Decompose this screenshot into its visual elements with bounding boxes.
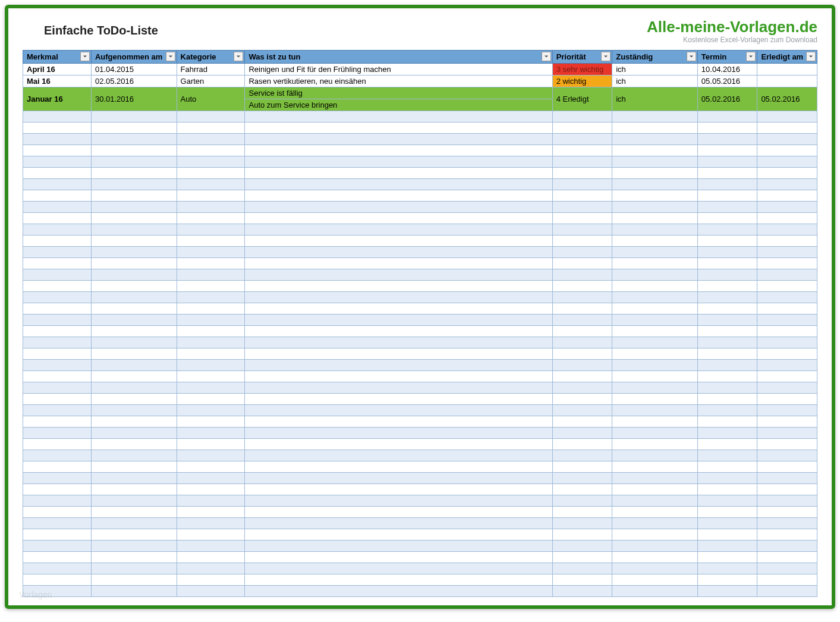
cell-empty[interactable]	[91, 168, 177, 179]
cell-empty[interactable]	[177, 484, 245, 495]
cell-empty[interactable]	[91, 202, 177, 213]
cell-empty[interactable]	[757, 382, 817, 394]
cell-empty[interactable]	[612, 507, 698, 518]
cell-empty[interactable]	[612, 134, 698, 145]
cell[interactable]: Januar 16	[23, 87, 92, 111]
cell-empty[interactable]	[91, 461, 177, 473]
cell-empty[interactable]	[177, 439, 245, 450]
cell-empty[interactable]	[23, 247, 92, 258]
cell-empty[interactable]	[23, 281, 92, 292]
cell-empty[interactable]	[612, 179, 698, 190]
cell-empty[interactable]	[91, 134, 177, 145]
cell-empty[interactable]	[552, 303, 612, 315]
cell-empty[interactable]	[177, 382, 245, 394]
cell-empty[interactable]	[177, 315, 245, 326]
cell-empty[interactable]	[552, 405, 612, 416]
cell-empty[interactable]	[757, 371, 817, 382]
cell-empty[interactable]	[177, 179, 245, 190]
column-header-termin[interactable]: Termin	[697, 51, 757, 64]
priority-cell[interactable]: 4 Erledigt	[552, 87, 612, 111]
cell-empty[interactable]	[177, 371, 245, 382]
cell-empty[interactable]	[612, 337, 698, 348]
cell-empty[interactable]	[612, 518, 698, 529]
cell-empty[interactable]	[757, 213, 817, 224]
cell-empty[interactable]	[23, 122, 92, 134]
cell-empty[interactable]	[23, 439, 92, 450]
cell-empty[interactable]	[552, 111, 612, 122]
table-row-empty[interactable]	[23, 450, 817, 461]
cell-empty[interactable]	[552, 461, 612, 473]
table-row-empty[interactable]	[23, 518, 817, 529]
cell-empty[interactable]	[177, 269, 245, 281]
cell-empty[interactable]	[757, 303, 817, 315]
cell-empty[interactable]	[91, 507, 177, 518]
cell-empty[interactable]	[612, 563, 698, 574]
cell-empty[interactable]	[91, 371, 177, 382]
cell-empty[interactable]	[245, 134, 552, 145]
cell-empty[interactable]	[697, 450, 757, 461]
cell-empty[interactable]	[245, 394, 552, 405]
cell-empty[interactable]	[23, 461, 92, 473]
cell-empty[interactable]	[177, 461, 245, 473]
cell-empty[interactable]	[697, 552, 757, 563]
cell-empty[interactable]	[23, 134, 92, 145]
cell-empty[interactable]	[697, 563, 757, 574]
cell[interactable]: 05.02.2016	[697, 87, 757, 111]
cell-empty[interactable]	[91, 235, 177, 247]
cell-empty[interactable]	[23, 292, 92, 303]
cell-empty[interactable]	[245, 473, 552, 484]
cell-empty[interactable]	[697, 213, 757, 224]
cell-empty[interactable]	[177, 202, 245, 213]
cell[interactable]: 05.05.2016	[697, 76, 757, 87]
cell-empty[interactable]	[91, 439, 177, 450]
cell-empty[interactable]	[612, 111, 698, 122]
cell-empty[interactable]	[177, 122, 245, 134]
cell-empty[interactable]	[757, 190, 817, 202]
table-row-empty[interactable]	[23, 292, 817, 303]
cell-empty[interactable]	[177, 213, 245, 224]
cell-empty[interactable]	[757, 563, 817, 574]
cell-empty[interactable]	[757, 360, 817, 371]
cell-empty[interactable]	[23, 360, 92, 371]
cell-empty[interactable]	[757, 281, 817, 292]
cell-empty[interactable]	[697, 235, 757, 247]
cell-empty[interactable]	[23, 552, 92, 563]
table-row-empty[interactable]	[23, 303, 817, 315]
cell-empty[interactable]	[612, 484, 698, 495]
cell-empty[interactable]	[612, 428, 698, 439]
cell-empty[interactable]	[612, 461, 698, 473]
cell-empty[interactable]	[552, 269, 612, 281]
cell-empty[interactable]	[245, 382, 552, 394]
cell-empty[interactable]	[697, 247, 757, 258]
cell-empty[interactable]	[612, 394, 698, 405]
cell-empty[interactable]	[552, 450, 612, 461]
cell-empty[interactable]	[552, 315, 612, 326]
cell-empty[interactable]	[177, 134, 245, 145]
table-row-empty[interactable]	[23, 507, 817, 518]
cell-empty[interactable]	[612, 405, 698, 416]
table-row-empty[interactable]	[23, 495, 817, 507]
cell-empty[interactable]	[612, 360, 698, 371]
table-row-empty[interactable]	[23, 529, 817, 541]
cell-empty[interactable]	[91, 111, 177, 122]
cell-empty[interactable]	[23, 507, 92, 518]
cell-empty[interactable]	[552, 337, 612, 348]
column-header-zust[interactable]: Zuständig	[612, 51, 698, 64]
table-row-empty[interactable]	[23, 179, 817, 190]
cell-empty[interactable]	[91, 348, 177, 360]
cell-empty[interactable]	[757, 224, 817, 235]
column-header-erledigt[interactable]: Erledigt am	[757, 51, 817, 64]
cell-empty[interactable]	[245, 360, 552, 371]
table-row[interactable]: Januar 1630.01.2016AutoService ist fälli…	[23, 87, 817, 99]
cell-empty[interactable]	[177, 416, 245, 428]
cell-empty[interactable]	[612, 202, 698, 213]
table-row-empty[interactable]	[23, 552, 817, 563]
cell-empty[interactable]	[697, 156, 757, 168]
cell-empty[interactable]	[552, 529, 612, 541]
cell-empty[interactable]	[697, 360, 757, 371]
table-row-empty[interactable]	[23, 122, 817, 134]
cell-empty[interactable]	[612, 190, 698, 202]
cell-empty[interactable]	[91, 326, 177, 337]
cell-empty[interactable]	[757, 315, 817, 326]
table-row-empty[interactable]	[23, 394, 817, 405]
